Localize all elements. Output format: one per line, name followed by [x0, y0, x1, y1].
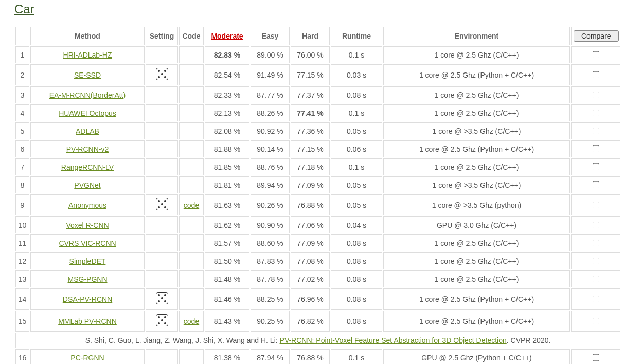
- compare-checkbox[interactable]: [593, 145, 600, 153]
- hard-cell: 77.18 %: [291, 158, 330, 175]
- env-cell: 1 core @ 2.5 Ghz (C/C++): [383, 46, 570, 63]
- hard-cell: 77.09 %: [291, 176, 330, 193]
- method-link[interactable]: SimpleDET: [69, 257, 106, 265]
- method-link[interactable]: SE-SSD: [74, 71, 101, 79]
- col-runtime[interactable]: Runtime: [331, 27, 382, 45]
- compare-checkbox[interactable]: [593, 128, 600, 135]
- easy-cell: 90.25 %: [251, 311, 290, 332]
- compare-cell: [571, 122, 620, 139]
- runtime-cell: 0.05 s: [331, 176, 382, 193]
- moderate-cell: 81.38 %: [205, 349, 249, 364]
- compare-button[interactable]: Compare: [574, 30, 619, 42]
- moderate-cell: 82.33 %: [205, 86, 249, 103]
- easy-cell: 87.78 %: [251, 270, 290, 287]
- setting-cell: [146, 234, 178, 251]
- method-link[interactable]: PVGNet: [74, 181, 100, 189]
- hard-cell: 77.15 %: [291, 140, 330, 157]
- method-link[interactable]: CVRS VIC-RCNN: [59, 239, 116, 247]
- setting-cell: [146, 64, 178, 85]
- moderate-cell: 82.08 %: [205, 122, 249, 139]
- compare-checkbox[interactable]: [593, 222, 600, 229]
- method-link[interactable]: DSA-PV-RCNN: [63, 295, 112, 303]
- compare-checkbox[interactable]: [593, 181, 600, 189]
- easy-cell: 88.25 %: [251, 288, 290, 310]
- code-link[interactable]: code: [184, 201, 199, 209]
- col-setting[interactable]: Setting: [146, 27, 178, 45]
- col-method[interactable]: Method: [30, 27, 145, 45]
- env-cell: 1 core @ 2.5 Ghz (Python + C/C++): [383, 140, 570, 157]
- method-link[interactable]: EA-M-RCNN(BorderAtt): [49, 91, 126, 99]
- runtime-cell: 0.04 s: [331, 216, 382, 233]
- moderate-cell: 81.48 %: [205, 270, 249, 287]
- runtime-cell: 0.08 s: [331, 234, 382, 251]
- method-cell: SimpleDET: [30, 252, 145, 269]
- moderate-cell: 82.13 %: [205, 104, 249, 121]
- method-link[interactable]: MSG-PGNN: [68, 275, 108, 283]
- method-link[interactable]: Anonymous: [68, 201, 106, 209]
- easy-cell: 89.00 %: [251, 46, 290, 63]
- runtime-cell: 0.08 s: [331, 288, 382, 310]
- compare-checkbox[interactable]: [593, 258, 600, 265]
- table-row: 3EA-M-RCNN(BorderAtt)82.33 %87.77 %77.37…: [15, 86, 620, 103]
- section-title: Car: [14, 2, 610, 16]
- col-hard[interactable]: Hard: [291, 27, 330, 45]
- method-link[interactable]: HUAWEI Octopus: [59, 109, 116, 117]
- compare-checkbox[interactable]: [593, 202, 600, 209]
- compare-checkbox[interactable]: [593, 354, 600, 361]
- rank-cell: 14: [15, 288, 29, 310]
- setting-cell: [146, 252, 178, 269]
- env-cell: GPU @ 3.0 Ghz (C/C++): [383, 216, 570, 233]
- rank-cell: 12: [15, 252, 29, 269]
- method-link[interactable]: ADLAB: [76, 127, 99, 135]
- setting-cell: [146, 104, 178, 121]
- hard-cell: 77.08 %: [291, 252, 330, 269]
- compare-checkbox[interactable]: [593, 92, 600, 99]
- col-moderate[interactable]: Moderate: [205, 27, 249, 45]
- dice-icon: [156, 314, 168, 326]
- code-cell: [179, 176, 204, 193]
- method-link[interactable]: PV-RCNN-v2: [66, 145, 109, 153]
- code-link[interactable]: code: [184, 317, 199, 325]
- compare-checkbox[interactable]: [593, 296, 600, 303]
- method-link[interactable]: HRI-ADLab-HZ: [63, 51, 112, 59]
- code-cell: code: [179, 194, 204, 215]
- citation-link[interactable]: PV-RCNN: Point-Voxel Feature Set Abstrac…: [280, 336, 507, 344]
- compare-checkbox[interactable]: [593, 318, 600, 325]
- table-row: 8PVGNet81.81 %89.94 %77.09 %0.05 s1 core…: [15, 176, 620, 193]
- code-cell: code: [179, 311, 204, 332]
- col-easy[interactable]: Easy: [251, 27, 290, 45]
- runtime-cell: 0.05 s: [331, 194, 382, 215]
- col-code[interactable]: Code: [179, 27, 204, 45]
- method-link[interactable]: Voxel R-CNN: [66, 221, 109, 229]
- method-link[interactable]: MMLab PV-RCNN: [58, 317, 117, 325]
- compare-checkbox[interactable]: [593, 276, 600, 283]
- compare-checkbox[interactable]: [593, 71, 600, 79]
- env-cell: 1 core @ 2.5 Ghz (C/C++): [383, 86, 570, 103]
- runtime-cell: 0.1 s: [331, 104, 382, 121]
- hard-cell: 77.37 %: [291, 86, 330, 103]
- table-row: 11CVRS VIC-RCNN81.57 %88.60 %77.09 %0.08…: [15, 234, 620, 251]
- env-cell: 1 core @ 2.5 Ghz (C/C++): [383, 234, 570, 251]
- hard-cell: 76.88 %: [291, 349, 330, 364]
- dice-icon: [156, 68, 168, 80]
- method-link[interactable]: RangeRCNN-LV: [61, 163, 114, 171]
- method-link[interactable]: PC-RGNN: [70, 354, 104, 362]
- moderate-cell: 81.62 %: [205, 216, 249, 233]
- setting-cell: [146, 194, 178, 215]
- hard-cell: 77.02 %: [291, 270, 330, 287]
- table-row: 12SimpleDET81.50 %87.83 %77.08 %0.08 s1 …: [15, 252, 620, 269]
- compare-checkbox[interactable]: [593, 110, 600, 117]
- compare-cell: [571, 252, 620, 269]
- compare-checkbox[interactable]: [593, 163, 600, 171]
- rank-cell: 15: [15, 311, 29, 332]
- rank-cell: 10: [15, 216, 29, 233]
- moderate-cell: 82.54 %: [205, 64, 249, 85]
- runtime-cell: 0.05 s: [331, 122, 382, 139]
- method-cell: RangeRCNN-LV: [30, 158, 145, 175]
- setting-cell: [146, 46, 178, 63]
- setting-cell: [146, 176, 178, 193]
- col-environment[interactable]: Environment: [383, 27, 570, 45]
- compare-checkbox[interactable]: [593, 240, 600, 247]
- code-cell: [179, 349, 204, 364]
- compare-checkbox[interactable]: [593, 51, 600, 59]
